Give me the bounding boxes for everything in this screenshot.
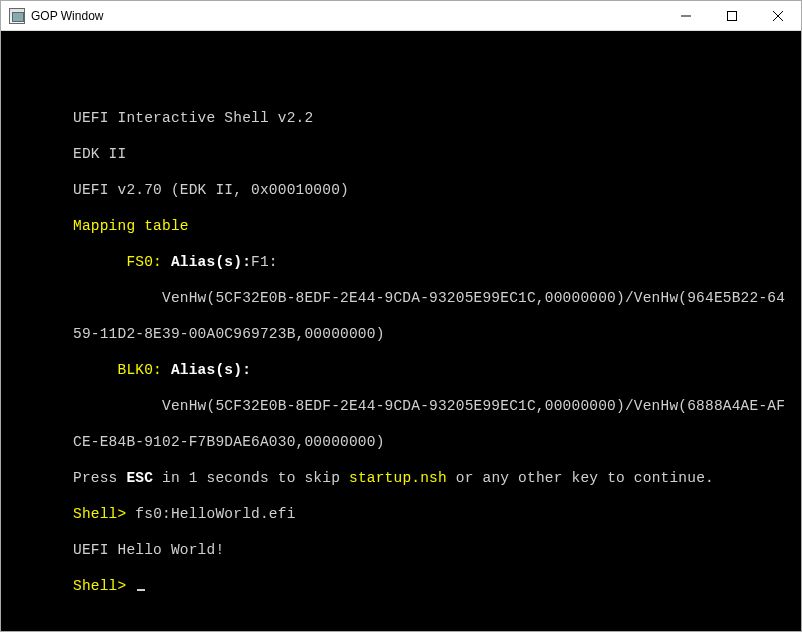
minimize-button[interactable] [663, 1, 709, 30]
term-line: 59-11D2-8E39-00A0C969723B,00000000) [73, 325, 801, 343]
term-line: BLK0: Alias(s): [73, 361, 801, 379]
app-icon [9, 8, 25, 24]
term-line: VenHw(5CF32E0B-8EDF-2E44-9CDA-93205E99EC… [73, 289, 801, 307]
term-line: UEFI Hello World! [73, 541, 801, 559]
term-line: UEFI Interactive Shell v2.2 [73, 109, 801, 127]
close-button[interactable] [755, 1, 801, 30]
titlebar[interactable]: GOP Window [1, 1, 801, 31]
app-window: GOP Window UEFI Interactive Shell v2.2 E… [0, 0, 802, 632]
cursor-icon [137, 589, 145, 591]
term-line: VenHw(5CF32E0B-8EDF-2E44-9CDA-93205E99EC… [73, 397, 801, 415]
term-line: CE-E84B-9102-F7B9DAE6A030,00000000) [73, 433, 801, 451]
term-line: EDK II [73, 145, 801, 163]
terminal-output[interactable]: UEFI Interactive Shell v2.2 EDK II UEFI … [1, 31, 801, 631]
window-title: GOP Window [31, 9, 103, 23]
term-line: Shell> fs0:HelloWorld.efi [73, 505, 801, 523]
term-line: Mapping table [73, 217, 801, 235]
term-line: UEFI v2.70 (EDK II, 0x00010000) [73, 181, 801, 199]
term-line: FS0: Alias(s):F1: [73, 253, 801, 271]
maximize-button[interactable] [709, 1, 755, 30]
term-line: Press ESC in 1 seconds to skip startup.n… [73, 469, 801, 487]
term-prompt: Shell> [73, 577, 801, 595]
svg-rect-1 [728, 11, 737, 20]
